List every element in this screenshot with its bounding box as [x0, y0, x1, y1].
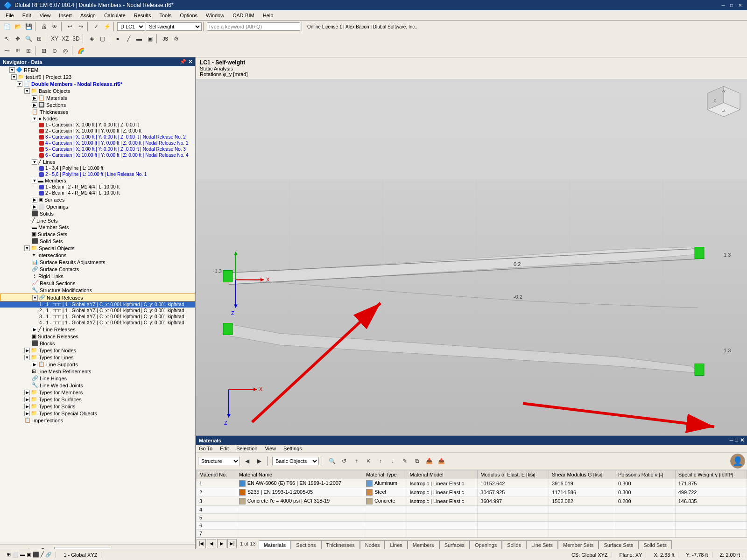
nav-close-btn[interactable]: ✕: [188, 59, 192, 65]
mat-add-btn[interactable]: +: [351, 456, 361, 466]
tab-sections[interactable]: Sections: [291, 540, 321, 549]
surfaces-expand[interactable]: ▶: [32, 197, 37, 203]
table-row[interactable]: 3 Concrete f'c = 4000 psi | ACI 318-19 C…: [197, 497, 747, 506]
col-mat-name[interactable]: Material Name: [236, 470, 363, 479]
view-3d-btn[interactable]: 3D: [71, 34, 81, 43]
nodal-releases-expand[interactable]: ▼: [32, 295, 38, 301]
new-button[interactable]: 📄: [2, 22, 12, 31]
filter-select[interactable]: Basic Objects: [272, 457, 319, 465]
types-special-expand[interactable]: ▶: [24, 411, 30, 416]
tree-nodal-release-4[interactable]: 4 - 1 - □□□ | 1 - Global XYZ | C_x: 0.00…: [0, 320, 195, 326]
special-expand[interactable]: ▼: [24, 245, 30, 251]
menu-item-help[interactable]: Help: [259, 12, 277, 19]
tree-member-2[interactable]: 2 - Beam | 4 - R_M1 4/4 | L: 10.00 ft: [0, 190, 195, 196]
tree-special-objects[interactable]: ▼ 📁 Special Objects: [0, 245, 195, 252]
tab-thicknesses[interactable]: Thicknesses: [321, 540, 360, 549]
tab-first-btn[interactable]: |◀: [197, 539, 206, 548]
tree-imperfections[interactable]: 📋 Imperfections: [0, 417, 195, 424]
col-mat-model[interactable]: Material Model: [407, 470, 478, 479]
tree-line-1[interactable]: 1 - 3,4 | Polyline | L: 10.00 ft: [0, 165, 195, 171]
types-members-expand[interactable]: ▶: [24, 390, 30, 395]
save-button[interactable]: 💾: [23, 22, 34, 31]
table-row[interactable]: 4: [197, 506, 747, 514]
project-expand[interactable]: ▼: [11, 74, 17, 80]
tree-openings[interactable]: ▶ ⬜ Openings: [0, 203, 195, 210]
tree-types-surfaces[interactable]: ▶ 📁 Types for Surfaces: [0, 396, 195, 403]
col-mat-g[interactable]: Shear Modulus G [ksi]: [549, 470, 615, 479]
load-combo-select[interactable]: Self-weight: [146, 22, 202, 31]
types-solids-expand[interactable]: ▶: [24, 404, 30, 409]
maximize-button[interactable]: □: [728, 2, 735, 8]
col-mat-type[interactable]: Material Type: [363, 470, 407, 479]
mat-edit-btn2[interactable]: ✎: [400, 456, 410, 466]
rfem-expand[interactable]: ▼: [9, 67, 15, 73]
tab-openings[interactable]: Openings: [470, 540, 502, 549]
mat-settings-link[interactable]: Settings: [283, 446, 302, 451]
tab-surface-sets[interactable]: Surface Sets: [599, 540, 638, 549]
menu-item-view[interactable]: View: [36, 12, 55, 19]
tree-types-special[interactable]: ▶ 📁 Types for Special Objects: [0, 410, 195, 417]
menu-item-options[interactable]: Options: [176, 12, 201, 19]
tree-solid-sets[interactable]: ⬛ Solid Sets: [0, 238, 195, 245]
tree-blocks[interactable]: ⬛ Blocks: [0, 340, 195, 347]
tree-node-4[interactable]: 4 - Cartesian | X: 10.00 ft | Y: 0.00 ft…: [0, 140, 195, 146]
tree-node-3[interactable]: 3 - Cartesian | X: 0.00 ft | Y: 0.00 ft …: [0, 134, 195, 140]
tree-types-nodes[interactable]: ▶ 📁 Types for Nodes: [0, 347, 195, 354]
menu-item-file[interactable]: File: [2, 12, 18, 19]
tab-last-btn[interactable]: ▶|: [227, 539, 237, 548]
line-btn[interactable]: ╱: [123, 34, 134, 43]
tree-types-lines[interactable]: ▼ 📁 Types for Lines: [0, 354, 195, 361]
tree-surface-results-adj[interactable]: 📊 Surface Results Adjustments: [0, 259, 195, 266]
tab-prev-btn[interactable]: ◀: [207, 539, 216, 548]
print-preview-button[interactable]: 👁: [49, 22, 60, 31]
menu-item-window[interactable]: Window: [202, 12, 228, 19]
tab-member-sets[interactable]: Member Sets: [558, 540, 599, 549]
types-nodes-expand[interactable]: ▶: [24, 348, 30, 353]
menu-item-results[interactable]: Results: [130, 12, 155, 19]
menu-item-tools[interactable]: Tools: [155, 12, 175, 19]
tree-nodal-releases[interactable]: ▼ 🔗 Nodal Releases: [0, 294, 195, 301]
tree-solids[interactable]: ⬛ Solids: [0, 210, 195, 217]
tree-node-2[interactable]: 2 - Cartesian | X: 10.00 ft | Y: 0.00 ft…: [0, 128, 195, 134]
select-button[interactable]: ↖: [2, 34, 12, 43]
redo-button[interactable]: ↪: [76, 22, 86, 31]
tree-node-5[interactable]: 5 - Cartesian | X: 0.00 ft | Y: 0.00 ft …: [0, 146, 195, 152]
mat-refresh-btn[interactable]: ↺: [339, 456, 349, 466]
tree-members[interactable]: ▼ ▬ Members: [0, 177, 195, 184]
undo-button[interactable]: ↩: [65, 22, 75, 31]
materials-table-wrap[interactable]: Material No. Material Name Material Type…: [196, 470, 747, 538]
tree-nodal-release-1[interactable]: 1 - 1 - □□□ | 1 - Global XYZ | C_x: 0.00…: [0, 301, 195, 308]
mat-close-btn[interactable]: ✕: [740, 437, 744, 443]
mat-delete-btn[interactable]: ✕: [363, 456, 374, 466]
tree-project[interactable]: ▼ 📁 test.rf6 | Project 123: [0, 73, 195, 80]
basic-objects-expand[interactable]: ▼: [24, 88, 30, 94]
line-supports-expand[interactable]: ▶: [32, 362, 37, 367]
tab-nodes[interactable]: Nodes: [360, 540, 385, 549]
line-releases-expand[interactable]: ▶: [32, 327, 37, 332]
mat-search-btn[interactable]: 🔍: [327, 456, 337, 466]
mat-minimize-btn[interactable]: ─: [730, 437, 733, 443]
check-model-button[interactable]: ✓: [91, 22, 101, 31]
snap-node-btn[interactable]: ⊙: [49, 46, 60, 56]
tree-thicknesses[interactable]: 📋 Thicknesses: [0, 108, 195, 115]
tab-next-btn[interactable]: ▶: [217, 539, 226, 548]
mat-edit-link[interactable]: Edit: [220, 446, 229, 451]
tab-lines[interactable]: Lines: [385, 540, 407, 549]
tree-nodal-release-3[interactable]: 3 - 1 - □□□ | 1 - Global XYZ | C_x: 0.00…: [0, 314, 195, 320]
js-btn[interactable]: JS: [160, 34, 170, 43]
tree-line-sets[interactable]: ╱ Line Sets: [0, 217, 195, 224]
col-mat-e[interactable]: Modulus of Elast. E [ksi]: [478, 470, 549, 479]
close-button[interactable]: ✕: [737, 2, 743, 8]
tree-nodes[interactable]: ▼ ● Nodes: [0, 115, 195, 122]
menu-item-assign[interactable]: Assign: [77, 12, 99, 19]
node-btn[interactable]: ●: [113, 34, 123, 43]
materials-expand[interactable]: ▶: [32, 95, 37, 101]
mat-selection-link[interactable]: Selection: [236, 446, 257, 451]
print-button[interactable]: 🖨: [39, 22, 49, 31]
col-mat-nu[interactable]: Poisson's Ratio ν [-]: [615, 470, 676, 479]
mat-export-btn[interactable]: 📤: [436, 456, 446, 466]
table-row[interactable]: 5: [197, 514, 747, 522]
snap-grid-btn[interactable]: ⊞: [39, 46, 49, 56]
structure-select[interactable]: Structure: [198, 457, 240, 465]
tree-member-1[interactable]: 1 - Beam | 2 - R_M1 4/4 | L: 10.00 ft: [0, 184, 195, 190]
